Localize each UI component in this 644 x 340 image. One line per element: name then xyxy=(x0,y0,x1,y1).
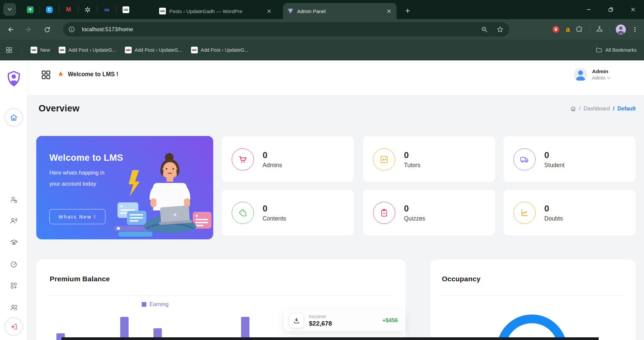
breadcrumb: / Dashboard / Default xyxy=(570,106,636,112)
app-logo[interactable] xyxy=(6,70,21,87)
sidebar-item-logout[interactable] xyxy=(4,317,24,336)
grid-plus-icon xyxy=(10,282,17,289)
download-icon[interactable] xyxy=(289,313,304,328)
bookmark-label: New xyxy=(40,47,50,53)
stat-label: Student xyxy=(544,162,564,169)
whats-new-button[interactable]: Whats New ! xyxy=(49,209,105,224)
pinned-tab-sheets[interactable] xyxy=(21,3,40,16)
zoom-icon[interactable] xyxy=(481,26,488,33)
return-key-icon xyxy=(373,148,395,171)
profile-avatar[interactable] xyxy=(616,25,626,35)
welcome-subtitle: your account today xyxy=(49,181,96,187)
welcome-illustration xyxy=(113,149,213,239)
bookmark-item-add-post-3[interactable]: UG Add Post ‹ UpdateG... xyxy=(191,47,248,53)
stat-label: Doubts xyxy=(544,215,563,222)
restore-icon xyxy=(608,7,613,12)
browser-tab-admin-panel[interactable]: Admin Panel xyxy=(283,3,397,19)
hanger-icon[interactable] xyxy=(596,26,603,33)
bookmark-star-icon[interactable] xyxy=(497,26,504,33)
stat-value: 0 xyxy=(263,150,282,160)
cart-icon xyxy=(232,148,254,171)
pinned-tab-updategadh[interactable]: UG xyxy=(117,3,135,16)
browser-tab-posts[interactable]: UG Posts ‹ UpdateGadh — WordPre xyxy=(155,3,277,19)
sidebar-item-add-widget[interactable] xyxy=(10,282,17,289)
site-info-icon[interactable] xyxy=(66,24,77,35)
stat-value: 0 xyxy=(544,150,564,160)
restore-button[interactable] xyxy=(600,0,622,19)
toolbar-separator xyxy=(589,26,590,34)
address-bar[interactable]: localhost:5173/home xyxy=(63,22,509,37)
tab-search-button[interactable] xyxy=(3,3,16,16)
tag-icon xyxy=(232,202,254,224)
close-tab-icon[interactable] xyxy=(385,7,393,15)
sidebar-item-home[interactable] xyxy=(4,108,24,127)
stat-card-admins[interactable]: 0 Admins xyxy=(222,136,354,182)
stat-card-student[interactable]: 0 Student xyxy=(503,136,636,182)
pinned-tab-chatgpt[interactable] xyxy=(78,3,97,16)
sidebar-item-students[interactable] xyxy=(10,239,17,246)
stat-card-quizzes[interactable]: 0 Quizzes xyxy=(363,190,495,236)
stat-card-contents[interactable]: 0 Contents xyxy=(222,190,354,236)
folder-icon xyxy=(596,47,602,53)
sidebar-item-admins[interactable] xyxy=(10,196,17,203)
forward-button[interactable] xyxy=(21,23,35,36)
stat-label: Tutors xyxy=(404,162,420,169)
user-menu[interactable]: Admin Admin xyxy=(574,68,610,81)
pinned-tab-infinity[interactable]: ∞ xyxy=(97,3,116,16)
pinned-tab-blue-app[interactable]: C xyxy=(40,3,59,16)
adblock-icon[interactable] xyxy=(552,26,560,33)
updategadh-icon: UG xyxy=(125,47,132,53)
menu-grid-icon[interactable] xyxy=(41,69,51,80)
clipboard-icon xyxy=(373,202,395,224)
chatgpt-icon xyxy=(84,6,91,13)
user-role-dropdown[interactable]: Admin xyxy=(592,75,610,81)
minimize-icon xyxy=(587,7,591,12)
bookmark-item-add-post-1[interactable]: UG Add Post ‹ UpdateG... xyxy=(59,47,116,53)
sidebar-item-dashboard-gauge[interactable] xyxy=(10,261,17,268)
amazon-assistant-icon[interactable]: a xyxy=(566,26,570,33)
user-name: Admin xyxy=(592,68,610,75)
sidebar-item-users[interactable] xyxy=(10,304,17,311)
bookmark-item-add-post-2[interactable]: UG Add Post ‹ UpdateG... xyxy=(125,47,182,53)
occupancy-title: Occupancy xyxy=(442,275,480,283)
breadcrumb-section[interactable]: Dashboard xyxy=(584,106,610,112)
background-window-strip xyxy=(61,337,599,340)
home-breadcrumb-icon[interactable] xyxy=(570,106,576,112)
stat-card-doubts[interactable]: 0 Doubts xyxy=(503,190,636,236)
bookmark-item-new[interactable]: UG New xyxy=(31,47,50,53)
close-tab-icon[interactable] xyxy=(265,7,273,15)
breadcrumb-separator: / xyxy=(579,106,581,112)
user-voice-icon xyxy=(10,217,17,225)
income-label: Income xyxy=(309,313,332,320)
vite-icon xyxy=(287,8,294,14)
back-button[interactable] xyxy=(4,23,17,36)
card-divider xyxy=(442,295,624,296)
bookmark-label: Add Post ‹ UpdateG... xyxy=(201,47,248,53)
updategadh-icon: UG xyxy=(191,47,198,53)
stat-card-tutors[interactable]: 0 Tutors xyxy=(363,136,495,182)
stat-label: Quizzes xyxy=(404,215,425,222)
browser-menu-icon[interactable] xyxy=(632,27,638,33)
reload-button[interactable] xyxy=(40,23,54,36)
chevron-down-icon xyxy=(7,7,12,12)
user-lock-icon xyxy=(10,196,17,203)
close-window-button[interactable] xyxy=(622,0,644,19)
all-bookmarks-label: All Bookmarks xyxy=(605,47,637,53)
breadcrumb-current[interactable]: Default xyxy=(617,106,636,112)
sheets-icon xyxy=(27,6,34,13)
pinned-tab-gmail[interactable]: M xyxy=(59,3,78,16)
url-text[interactable]: localhost:5173/home xyxy=(82,26,133,33)
apps-grid-icon[interactable] xyxy=(5,46,13,54)
sidebar-item-tutors[interactable] xyxy=(10,217,17,225)
new-tab-button[interactable]: + xyxy=(402,5,413,16)
stat-value: 0 xyxy=(404,150,420,160)
header-title: Welcome to LMS ! xyxy=(68,71,118,78)
all-bookmarks-button[interactable]: All Bookmarks xyxy=(596,47,637,53)
income-delta: +$456 xyxy=(382,317,398,324)
income-popup: Income $22,678 +$456 xyxy=(284,310,405,331)
stat-label: Contents xyxy=(263,215,286,222)
extensions-puzzle-icon[interactable] xyxy=(576,26,583,33)
minimize-button[interactable] xyxy=(578,0,600,19)
stat-value: 0 xyxy=(404,203,425,214)
welcome-subtitle: Here whats happing in xyxy=(49,169,104,176)
